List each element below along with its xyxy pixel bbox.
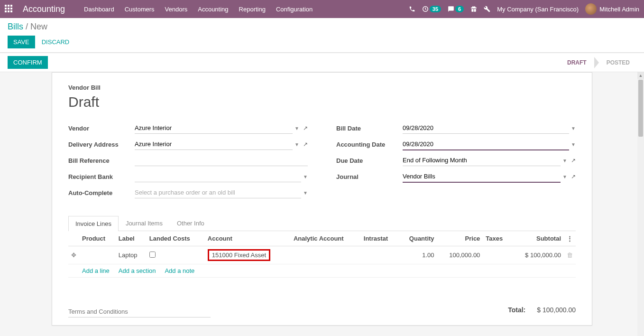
content: Vendor Bill Draft Vendor ▼ ↗ Delivery Ad…	[0, 72, 644, 336]
chat-badge: 6	[455, 6, 464, 12]
col-intrastat: Intrastat	[361, 231, 399, 246]
chevron-down-icon[interactable]: ▼	[294, 126, 299, 131]
confirm-button[interactable]: CONFIRM	[8, 56, 48, 69]
form-grid: Vendor ▼ ↗ Delivery Address ▼ ↗	[68, 121, 576, 202]
cell-landed-checkbox[interactable]	[149, 252, 156, 258]
save-button[interactable]: SAVE	[8, 36, 35, 48]
column-options-icon[interactable]: ⋮	[564, 231, 576, 246]
add-note-link[interactable]: Add a note	[165, 267, 194, 274]
vendor-label: Vendor	[68, 125, 135, 132]
apps-icon[interactable]	[5, 5, 13, 13]
app-brand[interactable]: Accounting	[23, 4, 65, 14]
menu-dashboard[interactable]: Dashboard	[84, 6, 114, 13]
accdate-field[interactable]	[403, 139, 569, 150]
duedate-label: Due Date	[336, 157, 403, 164]
cell-analytic[interactable]	[291, 246, 361, 264]
external-link-icon[interactable]: ↗	[571, 157, 576, 164]
tab-journal-items[interactable]: Journal Items	[119, 215, 170, 231]
chevron-down-icon[interactable]: ▼	[303, 174, 308, 179]
cell-taxes[interactable]	[483, 246, 511, 264]
col-label: Label	[116, 231, 147, 246]
col-qty: Quantity	[398, 231, 437, 246]
col-price: Price	[437, 231, 483, 246]
breadcrumb-parent[interactable]: Bills	[8, 22, 23, 31]
scroll-up-icon[interactable]: ▲	[637, 72, 644, 79]
user-menu[interactable]: Mitchell Admin	[585, 3, 639, 15]
invoice-lines-table: Product Label Landed Costs Account Analy…	[68, 231, 576, 278]
add-section-link[interactable]: Add a section	[119, 267, 156, 274]
delivery-field[interactable]	[135, 139, 293, 150]
stage-posted[interactable]: POSTED	[600, 57, 636, 68]
form-col-right: Bill Date ▼ Accounting Date ▼ Due Date	[336, 121, 576, 202]
cell-product[interactable]	[79, 246, 116, 264]
user-name: Mitchell Admin	[599, 6, 639, 13]
billref-field[interactable]	[135, 155, 308, 166]
cell-subtotal: $ 100,000.00	[512, 246, 564, 264]
company-selector[interactable]: My Company (San Francisco)	[497, 6, 579, 13]
external-link-icon[interactable]: ↗	[571, 173, 576, 180]
cell-qty[interactable]: 1.00	[398, 246, 437, 264]
vendor-field[interactable]	[135, 122, 293, 134]
menu-configuration[interactable]: Configuration	[276, 6, 313, 13]
cell-account[interactable]: 151000 Fixed Asset	[205, 246, 291, 264]
activity-icon[interactable]: 35	[422, 6, 441, 12]
bank-field[interactable]	[135, 171, 301, 182]
menu-vendors[interactable]: Vendors	[165, 6, 188, 13]
table-row[interactable]: ✥ Laptop 151000 Fixed Asset 1.00 100,000…	[68, 246, 576, 264]
activity-badge: 35	[430, 6, 441, 12]
chevron-down-icon[interactable]: ▼	[562, 174, 567, 179]
chevron-down-icon[interactable]: ▼	[294, 142, 299, 147]
subheader: Bills / New SAVE DISCARD	[0, 18, 644, 53]
phone-icon[interactable]	[409, 6, 415, 12]
cell-price[interactable]: 100,000.00	[437, 246, 483, 264]
avatar	[585, 3, 597, 15]
total-value: $ 100,000.00	[537, 306, 576, 314]
billref-label: Bill Reference	[68, 157, 135, 164]
autocomplete-field[interactable]	[135, 187, 301, 198]
drag-handle-icon[interactable]: ✥	[68, 246, 79, 264]
tabs: Invoice Lines Journal Items Other Info	[68, 215, 576, 231]
gift-icon[interactable]	[470, 6, 477, 12]
chevron-down-icon[interactable]: ▼	[571, 142, 576, 147]
tools-icon[interactable]	[484, 6, 490, 12]
record-type: Vendor Bill	[68, 84, 576, 91]
stage-draft[interactable]: DRAFT	[561, 57, 593, 68]
chat-icon[interactable]: 6	[448, 6, 464, 12]
duedate-field[interactable]	[403, 155, 561, 166]
scrollbar[interactable]: ▲	[637, 72, 644, 336]
journal-label: Journal	[336, 173, 403, 180]
delivery-label: Delivery Address	[68, 141, 135, 148]
chevron-down-icon[interactable]: ▼	[562, 158, 567, 163]
autocomplete-label: Auto-Complete	[68, 189, 135, 196]
terms-field[interactable]	[68, 306, 211, 317]
tab-other-info[interactable]: Other Info	[170, 215, 212, 231]
external-link-icon[interactable]: ↗	[303, 125, 308, 131]
col-taxes: Taxes	[483, 231, 511, 246]
main-menu: Dashboard Customers Vendors Accounting R…	[84, 6, 409, 13]
breadcrumb: Bills / New	[8, 22, 636, 32]
add-line-link[interactable]: Add a line	[82, 267, 110, 274]
delete-row-icon[interactable]: 🗑	[564, 246, 576, 264]
form-sheet: Vendor Bill Draft Vendor ▼ ↗ Delivery Ad…	[52, 72, 592, 326]
tab-invoice-lines[interactable]: Invoice Lines	[68, 216, 119, 231]
menu-customers[interactable]: Customers	[125, 6, 155, 13]
total-label: Total:	[508, 306, 525, 314]
menu-accounting[interactable]: Accounting	[198, 6, 228, 13]
cell-intrastat[interactable]	[361, 246, 399, 264]
status-stages: DRAFT POSTED	[561, 57, 636, 68]
menu-reporting[interactable]: Reporting	[239, 6, 266, 13]
journal-field[interactable]	[403, 171, 561, 183]
record-title: Draft	[68, 94, 576, 110]
scroll-thumb[interactable]	[638, 80, 643, 137]
cell-label[interactable]: Laptop	[116, 246, 147, 264]
external-link-icon[interactable]: ↗	[303, 141, 308, 148]
chevron-down-icon[interactable]: ▼	[303, 190, 308, 196]
col-account: Account	[205, 231, 291, 246]
chevron-down-icon[interactable]: ▼	[571, 126, 576, 131]
billdate-field[interactable]	[403, 122, 569, 134]
discard-button[interactable]: DISCARD	[42, 38, 70, 46]
billdate-label: Bill Date	[336, 125, 403, 132]
col-landed: Landed Costs	[147, 231, 205, 246]
col-product: Product	[79, 231, 116, 246]
action-buttons: SAVE DISCARD	[8, 36, 636, 48]
